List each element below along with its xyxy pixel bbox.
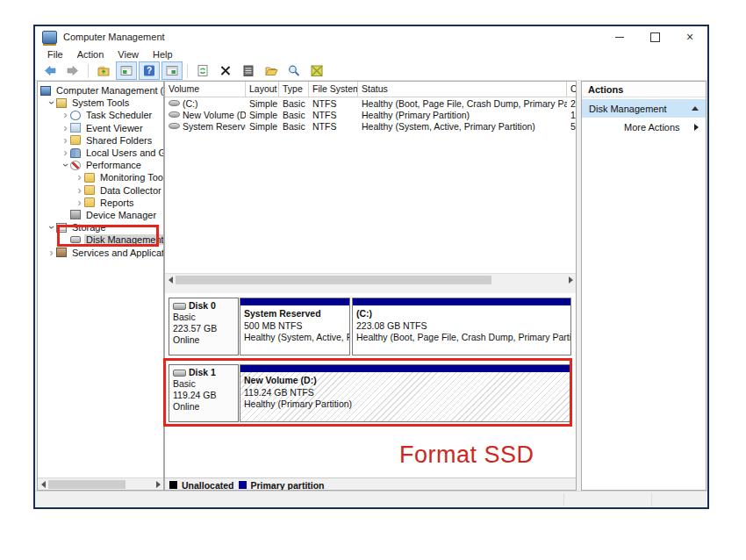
scrollbar-thumb[interactable] [176, 276, 491, 284]
menu-file[interactable]: File [40, 49, 70, 60]
help-button[interactable]: ? [139, 61, 160, 80]
chevron-right-icon[interactable] [61, 124, 70, 133]
menu-view[interactable]: View [111, 49, 146, 60]
chevron-right-icon[interactable] [75, 198, 84, 207]
show-console-tree-button[interactable] [116, 61, 137, 80]
disk1-kind: Basic [173, 378, 234, 390]
action-pane-icon [165, 64, 179, 77]
chevron-right-icon[interactable] [75, 173, 84, 182]
scroll-left-icon[interactable] [38, 479, 48, 490]
partition-system-reserved[interactable]: System Reserved 500 MB NTFS Healthy (Sys… [240, 298, 350, 355]
volume-icon [169, 123, 180, 129]
chevron-down-icon[interactable] [47, 223, 56, 232]
unallocated-swatch [169, 481, 177, 489]
find-button[interactable] [283, 61, 305, 80]
help-icon: ? [142, 64, 156, 77]
delete-button[interactable] [215, 61, 236, 80]
console-tree-panel: Computer Management (Local System Tools … [37, 81, 164, 491]
volume-row-c[interactable]: (C:) Simple Basic NTFS Healthy (Boot, Pa… [165, 97, 576, 109]
column-header-capacity[interactable]: Ca [567, 82, 577, 97]
menu-action[interactable]: Action [70, 49, 111, 60]
actions-group-disk-management[interactable]: Disk Management [582, 99, 706, 118]
computer-management-window: Computer Management × File Action View H… [33, 25, 709, 509]
scroll-right-icon[interactable] [565, 275, 576, 285]
scroll-right-icon[interactable] [153, 479, 163, 490]
minimize-button[interactable] [602, 26, 637, 47]
tree-item-event-viewer[interactable]: Event Viewer [38, 122, 163, 134]
partition-new-volume-d[interactable]: New Volume (D:) 119.24 GB NTFS Healthy (… [240, 364, 571, 422]
tree-item-computer-management[interactable]: Computer Management (Local [38, 84, 163, 97]
maximize-button[interactable] [637, 26, 672, 47]
disk0-size: 223.57 GB [173, 323, 234, 334]
up-one-level-button[interactable] [93, 61, 114, 80]
chevron-right-icon[interactable] [61, 136, 70, 145]
tree-item-task-scheduler[interactable]: Task Scheduler [38, 109, 163, 121]
scrollbar-thumb[interactable] [48, 480, 126, 489]
forward-button[interactable] [62, 61, 83, 80]
status-divider [651, 493, 652, 506]
volume-row-system-reserved[interactable]: System Reserved Simple Basic NTFS Health… [165, 120, 576, 132]
primary-partition-swatch [239, 481, 247, 489]
legend-primary-partition-label: Primary partition [251, 480, 325, 491]
open-folder-icon [264, 64, 278, 77]
partition-c[interactable]: (C:) 223.08 GB NTFS Healthy (Boot, Page … [352, 298, 571, 355]
chevron-right-icon[interactable] [61, 111, 70, 119]
tree-item-performance[interactable]: Performance [38, 159, 163, 171]
chevron-down-icon[interactable] [47, 98, 56, 107]
disk0-row: Disk 0 Basic 223.57 GB Online System Res… [169, 298, 574, 355]
column-header-file-system[interactable]: File System [309, 82, 358, 97]
back-button[interactable] [39, 61, 61, 80]
disk1-label[interactable]: Disk 1 Basic 119.24 GB Online [169, 364, 239, 422]
column-header-status[interactable]: Status [358, 82, 567, 97]
refresh-icon [196, 64, 210, 77]
shared-folders-icon [70, 135, 81, 145]
chevron-right-icon[interactable] [61, 148, 70, 157]
tree-item-device-manager[interactable]: Device Manager [38, 209, 163, 221]
magnifier-icon [287, 64, 301, 77]
tree-item-storage[interactable]: Storage [38, 221, 163, 233]
screenshot-canvas: Computer Management × File Action View H… [0, 0, 746, 560]
help-topics-button[interactable] [306, 61, 327, 80]
volume-icon [169, 111, 180, 118]
tree-item-disk-management[interactable]: Disk Management [38, 233, 163, 246]
tree-horizontal-scrollbar[interactable] [38, 477, 163, 490]
chevron-right-icon[interactable] [47, 248, 56, 257]
primary-partition-bar [240, 298, 349, 305]
primary-partition-bar [353, 298, 570, 305]
properties-button[interactable] [238, 61, 259, 80]
tree-item-system-tools[interactable]: System Tools [38, 97, 163, 109]
tree-item-shared-folders[interactable]: Shared Folders [38, 134, 163, 147]
column-header-type[interactable]: Type [279, 82, 309, 97]
column-header-volume[interactable]: Volume [165, 82, 246, 97]
tree-item-local-users-groups[interactable]: Local Users and Groups [38, 147, 163, 159]
refresh-button[interactable] [192, 61, 213, 80]
partition-legend: Unallocated Primary partition [165, 477, 576, 491]
chevron-down-icon[interactable] [61, 161, 70, 169]
disk0-kind: Basic [173, 312, 234, 323]
column-header-layout[interactable]: Layout [246, 82, 279, 97]
collapse-icon[interactable] [692, 106, 699, 111]
tree-item-data-collector-sets[interactable]: Data Collector Sets [38, 184, 163, 197]
disk1-partitions: New Volume (D:) 119.24 GB NTFS Healthy (… [240, 364, 571, 422]
chevron-right-icon[interactable] [75, 186, 84, 195]
scroll-left-icon[interactable] [165, 275, 176, 285]
users-groups-icon [70, 148, 81, 158]
tree-item-reports[interactable]: Reports [38, 197, 163, 209]
close-button[interactable]: × [672, 26, 707, 47]
panel-splitter[interactable] [165, 285, 576, 293]
tree-item-services-applications[interactable]: Services and Applications [38, 246, 163, 258]
primary-partition-bar [240, 365, 570, 372]
more-actions-item[interactable]: More Actions [582, 118, 706, 136]
menu-help[interactable]: Help [146, 49, 180, 60]
minimize-icon [615, 37, 624, 38]
actions-header: Actions [582, 82, 706, 97]
tree-item-monitoring-tools[interactable]: Monitoring Tools [38, 171, 163, 183]
volume-list-horizontal-scrollbar[interactable] [165, 273, 576, 285]
annotation-format-ssd-label: Format SSD [399, 442, 534, 469]
maximize-icon [650, 32, 660, 42]
show-action-pane-button[interactable] [161, 61, 183, 80]
disk0-label[interactable]: Disk 0 Basic 223.57 GB Online [169, 298, 239, 355]
volume-row-new-volume-d[interactable]: New Volume (D:) Simple Basic NTFS Health… [165, 109, 576, 120]
svg-text:?: ? [147, 66, 152, 75]
open-button[interactable] [261, 61, 282, 80]
